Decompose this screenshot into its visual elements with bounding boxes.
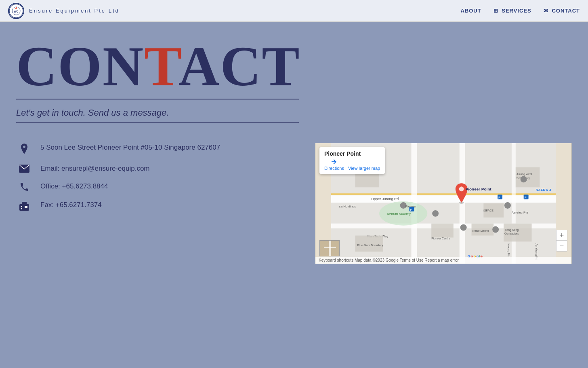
svg-point-38 [460, 224, 467, 231]
svg-text:Pioneer Point: Pioneer Point [466, 187, 492, 191]
fax-number: +65.6271.7374 [56, 201, 102, 209]
contact-info: 5 Soon Lee Street Pioneer Point #05-10 S… [16, 143, 299, 264]
nav-menu: ABOUT ⊞ SERVICES ✉ CONTACT [460, 8, 580, 14]
popup-title: Pioneer Point [324, 150, 380, 157]
svg-point-47 [459, 186, 464, 191]
hero-subtitle: Let's get in touch. Send us a message. [16, 108, 572, 118]
svg-rect-7 [25, 206, 27, 208]
map-attribution: Keyboard shortcuts Map data ©2023 Google… [319, 258, 459, 262]
email-row: Email: ensurepl@ensure-equip.com [16, 164, 299, 173]
popup-actions: Directions View larger map [324, 159, 380, 171]
services-label: SERVICES [502, 8, 531, 14]
svg-text:Blue Stars Dormitory: Blue Stars Dormitory [357, 244, 383, 247]
zoom-in-button[interactable]: + [556, 230, 567, 241]
svg-text:P: P [410, 208, 412, 211]
svg-rect-12 [331, 193, 556, 195]
logo-icon: 4 WC [8, 3, 24, 19]
company-name: Ensure Equipment Pte Ltd [29, 8, 120, 14]
svg-text:Eversafe Academy: Eversafe Academy [387, 212, 411, 216]
fax-text: Fax: +65.6271.7374 [40, 200, 102, 210]
svg-point-40 [504, 202, 511, 209]
svg-point-8 [21, 206, 22, 207]
svg-text:Asretec Pte: Asretec Pte [512, 211, 529, 214]
svg-text:Netco Marine: Netco Marine [472, 229, 489, 232]
nav-contact[interactable]: ✉ CONTACT [544, 8, 580, 14]
title-part1: CON [16, 35, 144, 97]
navbar: 4 WC Ensure Equipment Pte Ltd ABOUT ⊞ SE… [0, 0, 588, 22]
map-bottom-bar: Keyboard shortcuts Map data ©2023 Google… [315, 257, 571, 264]
fax-row: Fax: +65.6271.7374 [16, 200, 299, 211]
svg-rect-65 [329, 241, 331, 256]
logo: 4 WC Ensure Equipment Pte Ltd [8, 3, 120, 19]
email-label: Email: [40, 165, 61, 172]
mail-icon [16, 165, 32, 173]
svg-text:Upper Jurong Rd: Upper Jurong Rd [371, 197, 399, 201]
contact-label: CONTACT [552, 8, 580, 14]
svg-rect-5 [19, 204, 29, 211]
about-label: ABOUT [460, 8, 481, 14]
nav-services[interactable]: ⊞ SERVICES [494, 8, 531, 14]
hero-section: CONTACT Let's get in touch. Send us a me… [0, 22, 588, 143]
grid-icon: ⊞ [494, 8, 498, 14]
map-zoom-controls: + − [556, 230, 567, 252]
svg-point-39 [492, 226, 499, 233]
fax-label: Fax: [40, 201, 56, 209]
svg-rect-6 [22, 202, 27, 205]
page-title: CONTACT [16, 38, 572, 95]
svg-text:Contractors: Contractors [504, 232, 519, 235]
view-larger-link[interactable]: View larger map [348, 159, 380, 171]
phone-icon [16, 182, 32, 192]
title-red-letter: T [144, 35, 178, 97]
svg-text:Tiong Seng: Tiong Seng [504, 228, 519, 232]
svg-text:Jurong West: Jurong West [517, 173, 532, 176]
svg-text:P: P [498, 196, 500, 199]
fax-icon [16, 201, 32, 211]
map-popup: Pioneer Point Directions View larger map [319, 147, 385, 174]
map-thumbnail [319, 240, 340, 256]
hero-divider-top [16, 99, 299, 99]
svg-text:SAFRA J: SAFRA J [536, 188, 551, 192]
office-label: Office: [40, 182, 62, 190]
svg-rect-11 [331, 195, 556, 203]
email-text: Email: ensurepl@ensure-equip.com [40, 164, 150, 173]
svg-point-37 [432, 210, 439, 217]
address-row: 5 Soon Lee Street Pioneer Point #05-10 S… [16, 143, 299, 156]
svg-text:sa Holdings: sa Holdings [339, 205, 356, 208]
title-part2: ACT [178, 35, 300, 97]
directions-button[interactable]: Directions [324, 159, 344, 171]
svg-rect-16 [512, 143, 516, 264]
phone-row: Office: +65.6273.8844 [16, 182, 299, 192]
svg-point-9 [21, 208, 22, 209]
zoom-out-button[interactable]: − [556, 241, 567, 251]
svg-text:Pioneer Centre: Pioneer Centre [431, 237, 450, 240]
phone-text: Office: +65.6273.8844 [40, 182, 108, 191]
directions-label: Directions [324, 166, 344, 171]
svg-rect-24 [431, 224, 454, 238]
view-larger-label: View larger map [348, 166, 380, 171]
map-container: Upper Jurong Rd Kian Teck Way Eversafe A… [315, 143, 572, 264]
location-icon [16, 144, 32, 156]
envelope-icon: ✉ [544, 8, 548, 14]
address-text: 5 Soon Lee Street Pioneer Point #05-10 S… [40, 143, 220, 152]
hero-divider-bottom [16, 122, 299, 123]
svg-text:WC: WC [14, 10, 19, 13]
svg-text:iSPACE: iSPACE [483, 209, 494, 212]
svg-text:P: P [525, 196, 527, 199]
nav-about[interactable]: ABOUT [460, 8, 481, 14]
svg-text:Kwong Mir: Kwong Mir [507, 243, 510, 257]
email-value: ensurepl@ensure-equip.com [61, 165, 150, 172]
content-section: 5 Soon Lee Street Pioneer Point #05-10 S… [0, 143, 588, 264]
office-phone: +65.6273.8844 [62, 182, 108, 190]
